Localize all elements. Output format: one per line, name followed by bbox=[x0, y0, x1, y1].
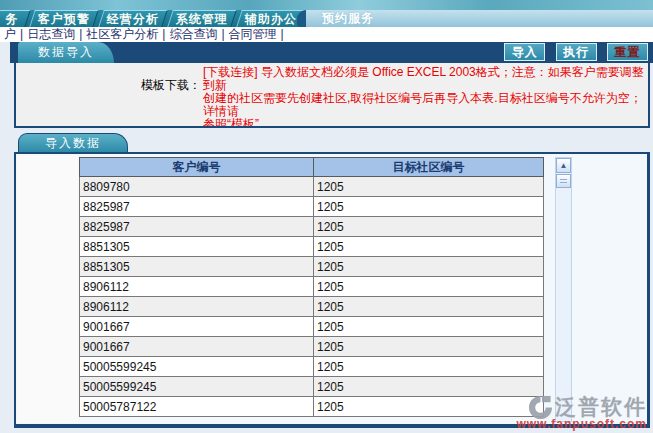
table-row: 88259871205 bbox=[80, 217, 544, 237]
table-scrollbar[interactable]: ▲ bbox=[555, 157, 572, 422]
data-import-panel-tab: 数据导入 bbox=[18, 42, 114, 63]
community-id-cell: 1205 bbox=[314, 197, 544, 217]
customer-id-cell: 8906112 bbox=[80, 277, 314, 297]
community-id-cell: 1205 bbox=[314, 277, 544, 297]
menu-item-log-query[interactable]: 日志查询 bbox=[23, 27, 79, 41]
customer-id-cell: 9001667 bbox=[80, 337, 314, 357]
table-row: 500055992451205 bbox=[80, 377, 544, 397]
table-left-margin bbox=[17, 155, 78, 423]
customer-id-cell: 8851305 bbox=[80, 257, 314, 277]
menu-item-customer-partial[interactable]: 户 bbox=[0, 27, 20, 41]
scroll-up-icon: ▲ bbox=[560, 161, 568, 170]
customer-id-cell: 50005599245 bbox=[80, 377, 314, 397]
community-id-cell: 1205 bbox=[314, 177, 544, 197]
menu-item-comprehensive-query[interactable]: 综合查询 bbox=[165, 27, 221, 41]
table-row: 500055992451205 bbox=[80, 357, 544, 377]
table-row: 88097801205 bbox=[80, 177, 544, 197]
import-button[interactable]: 导入 bbox=[504, 43, 545, 61]
table-row: 88513051205 bbox=[80, 257, 544, 277]
tab-label: 预约服务 bbox=[306, 10, 374, 26]
community-id-cell: 1205 bbox=[314, 217, 544, 237]
community-id-cell: 1205 bbox=[314, 337, 544, 357]
menu-item-community-customer-analysis[interactable]: 社区客户分析 bbox=[82, 27, 162, 41]
execute-button[interactable]: 执行 bbox=[556, 43, 597, 61]
template-download-label: 模板下载： bbox=[141, 79, 201, 92]
community-id-cell: 1205 bbox=[314, 317, 544, 337]
notice-line-1: [下载连接] 导入数据文档必须是 Office EXCEL 2003格式；注意：… bbox=[203, 66, 644, 92]
watermark-url: www.fanpusoft.com bbox=[516, 417, 647, 431]
notice-line-3: 参照“模板”。 bbox=[203, 118, 644, 128]
table-row: 90016671205 bbox=[80, 337, 544, 357]
scroll-thumb[interactable] bbox=[556, 174, 571, 188]
customer-id-cell: 50005787122 bbox=[80, 397, 314, 417]
sub-menu: 户|日志查询|社区客户分析|综合查询|合同管理| bbox=[0, 27, 653, 42]
scroll-up-button[interactable]: ▲ bbox=[556, 158, 571, 173]
notice-line-2: 创建的社区需要先创建社区,取得社区编号后再导入本表.目标社区编号不允许为空；详情… bbox=[203, 92, 644, 118]
customer-id-cell: 8851305 bbox=[80, 237, 314, 257]
action-buttons: 导入 执行 重置 bbox=[497, 43, 648, 61]
tab-label: 经营分析 bbox=[102, 11, 164, 27]
download-link[interactable]: [下载连接] bbox=[203, 65, 258, 79]
menu-item-contract-management[interactable]: 合同管理 bbox=[225, 27, 281, 41]
table-row: 500057871221205 bbox=[80, 397, 544, 417]
fanpu-watermark: 泛普软件 www.fanpusoft.com bbox=[516, 393, 647, 431]
customer-id-cell: 8825987 bbox=[80, 217, 314, 237]
notice-text: 导入数据文档必须是 Office EXCEL 2003格式；注意：如果客户需要调… bbox=[203, 65, 644, 92]
table-row: 89061121205 bbox=[80, 297, 544, 317]
table-row: 88259871205 bbox=[80, 197, 544, 217]
customer-id-cell: 9001667 bbox=[80, 317, 314, 337]
customer-id-cell: 50005599245 bbox=[80, 357, 314, 377]
target-community-header: 目标社区编号 bbox=[314, 158, 544, 177]
tab-system-management[interactable]: 系统管理 bbox=[167, 10, 237, 27]
table-row: 88513051205 bbox=[80, 237, 544, 257]
community-id-cell: 1205 bbox=[314, 397, 544, 417]
reset-button[interactable]: 重置 bbox=[607, 43, 648, 61]
community-id-cell: 1205 bbox=[314, 257, 544, 277]
customer-id-header: 客户编号 bbox=[80, 158, 314, 177]
tab-label: 务 bbox=[0, 11, 27, 27]
community-id-cell: 1205 bbox=[314, 297, 544, 317]
tab-auxiliary-office[interactable]: 辅助办公 bbox=[236, 10, 306, 27]
import-instructions: 模板下载： [下载连接] 导入数据文档必须是 Office EXCEL 2003… bbox=[16, 63, 648, 128]
menu-separator: | bbox=[281, 27, 284, 41]
customer-id-cell: 8906112 bbox=[80, 297, 314, 317]
import-data-tab: 导入数据 bbox=[18, 133, 128, 153]
tab-customer-alert[interactable]: 客户预警 bbox=[29, 10, 99, 27]
table-header-row: 客户编号 目标社区编号 bbox=[80, 158, 544, 177]
import-data-table: 客户编号 目标社区编号 88097801205 88259871205 8825… bbox=[79, 157, 544, 417]
customer-id-cell: 8825987 bbox=[80, 197, 314, 217]
table-row: 90016671205 bbox=[80, 317, 544, 337]
table-row: 89061121205 bbox=[80, 277, 544, 297]
action-bar: 数据导入 导入 执行 重置 bbox=[10, 42, 653, 63]
customer-id-cell: 8809780 bbox=[80, 177, 314, 197]
import-data-panel: 客户编号 目标社区编号 88097801205 88259871205 8825… bbox=[14, 152, 650, 428]
tab-business-analysis[interactable]: 经营分析 bbox=[98, 10, 168, 27]
tab-label: 辅助办公 bbox=[240, 11, 302, 27]
community-id-cell: 1205 bbox=[314, 377, 544, 397]
tab-label: 客户预警 bbox=[33, 11, 95, 27]
tab-reservation-service[interactable]: 预约服务 bbox=[306, 10, 653, 27]
tab-label: 系统管理 bbox=[171, 11, 233, 27]
data-import-panel: 模板下载： [下载连接] 导入数据文档必须是 Office EXCEL 2003… bbox=[14, 63, 650, 128]
community-id-cell: 1205 bbox=[314, 237, 544, 257]
community-id-cell: 1205 bbox=[314, 357, 544, 377]
tab-business-partial[interactable]: 务 bbox=[0, 10, 31, 27]
fanpu-logo-icon bbox=[528, 395, 553, 420]
app-window: 务 客户预警 经营分析 系统管理 辅助办公 预约服务 户|日志查询|社区客户分析… bbox=[0, 0, 653, 433]
top-banner bbox=[0, 0, 653, 10]
